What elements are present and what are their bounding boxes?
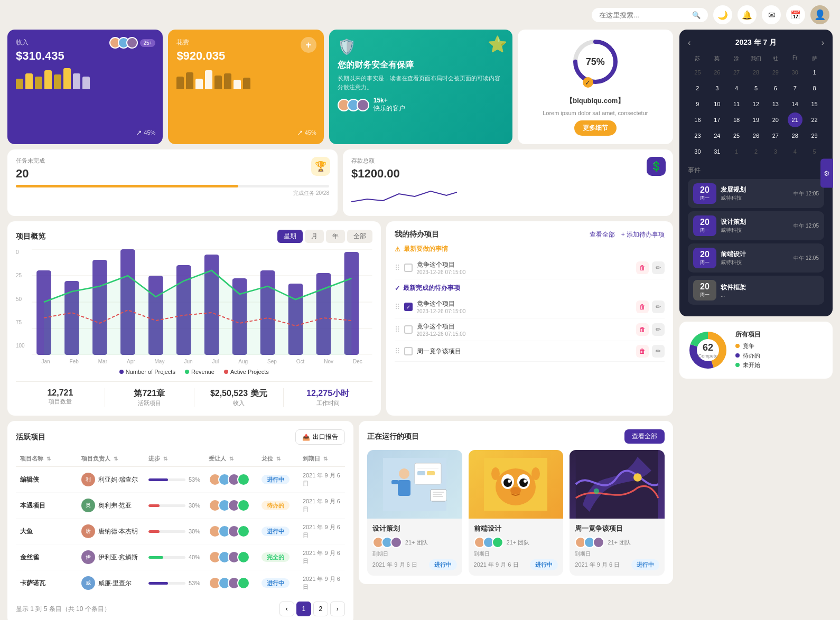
cal-day-6[interactable]: 6 (768, 81, 783, 96)
cal-day-25-other[interactable]: 25 (690, 65, 705, 80)
cal-day-7[interactable]: 7 (788, 81, 802, 96)
calendar-icon[interactable]: 📅 (786, 5, 805, 24)
export-btn[interactable]: 📤 出口报告 (295, 429, 345, 445)
cal-day-10[interactable]: 10 (710, 97, 724, 111)
cal-day-5-other[interactable]: 5 (807, 144, 822, 159)
cal-day-30[interactable]: 30 (690, 144, 705, 159)
page-buttons[interactable]: ‹ 1 2 › (279, 602, 345, 616)
running-due-design: 到期日 (372, 550, 457, 558)
calendar-gear-btn[interactable]: ⚙ (820, 158, 833, 187)
user-avatar[interactable]: 👤 (810, 5, 829, 24)
page-1-btn[interactable]: 1 (296, 602, 311, 616)
cal-day-1[interactable]: 1 (807, 65, 822, 80)
cal-day-18[interactable]: 18 (729, 112, 744, 127)
todo-edit-4[interactable]: ✏ (652, 345, 665, 358)
cal-day-26[interactable]: 26 (749, 128, 763, 143)
cal-day-29[interactable]: 29 (807, 128, 822, 143)
svg-rect-25 (433, 492, 444, 493)
svg-point-42 (510, 487, 521, 494)
cal-day-15[interactable]: 15 (807, 97, 822, 111)
cal-day-24[interactable]: 24 (710, 128, 724, 143)
drag-handle-1[interactable]: ⠿ (395, 264, 400, 272)
cal-day-26-other[interactable]: 26 (710, 65, 724, 80)
tab-all[interactable]: 全部 (347, 230, 372, 243)
search-box[interactable]: 🔍 (592, 8, 708, 22)
cal-day-25[interactable]: 25 (729, 128, 744, 143)
todo-delete-2[interactable]: 🗑 (636, 300, 649, 313)
cal-day-31[interactable]: 31 (710, 144, 724, 159)
calendar-days: 2526272829301234567891011121314151617181… (688, 64, 824, 159)
cal-day-3[interactable]: 3 (710, 81, 724, 96)
running-card-bottom-design: 21+ 团队 (372, 537, 457, 548)
dow-3: 我们 (746, 53, 766, 64)
cal-day-28[interactable]: 28 (788, 128, 802, 143)
more-details-btn[interactable]: 更多细节 (574, 120, 617, 136)
cell-due-0: 2021 年 9 月 6 日 (298, 467, 345, 493)
chart-legend: Number of Projects Revenue Active Projec… (16, 369, 372, 375)
todo-edit-3[interactable]: ✏ (652, 323, 665, 336)
next-page-btn[interactable]: › (330, 602, 345, 616)
todo-check-2[interactable]: ✓ (404, 303, 413, 311)
todo-edit-1[interactable]: ✏ (652, 261, 665, 274)
prev-page-btn[interactable]: ‹ (279, 602, 294, 616)
todo-check-1[interactable] (404, 264, 413, 272)
cal-day-30-other[interactable]: 30 (788, 65, 802, 80)
mail-icon[interactable]: ✉ (762, 5, 781, 24)
drag-handle-2[interactable]: ⠿ (395, 303, 400, 311)
tasks-progress-bar (16, 185, 329, 187)
cal-next-btn[interactable]: › (822, 38, 824, 48)
cal-day-8[interactable]: 8 (807, 81, 822, 96)
av-d-3 (390, 537, 402, 548)
cal-day-11[interactable]: 11 (729, 97, 744, 111)
cal-day-14[interactable]: 14 (788, 97, 802, 111)
cal-day-20[interactable]: 20 (768, 112, 783, 127)
cal-day-23[interactable]: 23 (690, 128, 705, 143)
todo-add[interactable]: + 添加待办事项 (621, 230, 665, 239)
drag-handle-3[interactable]: ⠿ (395, 325, 400, 334)
cal-day-27[interactable]: 27 (768, 128, 783, 143)
col-project-name: 项目名称 ⇅ (16, 451, 77, 467)
active-projects-card: 活跃项目 📤 出口报告 项目名称 ⇅ 项目负责人 ⇅ 进步 ⇅ (7, 421, 353, 620)
running-projects-section: 正在运行的项目 查看全部 (359, 421, 673, 620)
todo-view-all[interactable]: 查看全部 (590, 230, 615, 239)
todo-actions[interactable]: 查看全部 + 添加待办事项 (590, 230, 665, 239)
notification-icon[interactable]: 🔔 (738, 5, 757, 24)
cal-day-1-other[interactable]: 1 (729, 144, 744, 159)
cal-day-28-other[interactable]: 28 (749, 65, 763, 80)
cal-day-16[interactable]: 16 (690, 112, 705, 127)
todo-edit-2[interactable]: ✏ (652, 300, 665, 313)
drag-handle-4[interactable]: ⠿ (395, 347, 400, 355)
tab-weekly[interactable]: 星期 (277, 230, 303, 243)
cal-day-19[interactable]: 19 (749, 112, 763, 127)
cal-day-13[interactable]: 13 (768, 97, 783, 111)
running-view-all-btn[interactable]: 查看全部 (624, 429, 665, 444)
stat-revenue: $2,50,523 美元 收入 (194, 388, 284, 407)
cal-prev-btn[interactable]: ‹ (688, 38, 690, 48)
cal-day-21[interactable]: 21 (788, 112, 802, 127)
tab-yearly[interactable]: 年 (326, 230, 345, 243)
search-input[interactable] (599, 11, 688, 19)
page-2-btn[interactable]: 2 (313, 602, 328, 616)
cal-day-17[interactable]: 17 (710, 112, 724, 127)
project-overview-tabs[interactable]: 星期 月 年 全部 (277, 230, 372, 243)
cal-day-4-other[interactable]: 4 (788, 144, 802, 159)
dark-mode-icon[interactable]: 🌙 (713, 5, 732, 24)
cal-day-2-other[interactable]: 2 (749, 144, 763, 159)
todo-delete-3[interactable]: 🗑 (636, 323, 649, 336)
cal-day-12[interactable]: 12 (749, 97, 763, 111)
todo-check-4[interactable] (404, 347, 413, 355)
todo-check-3[interactable] (404, 325, 413, 334)
cal-day-4[interactable]: 4 (729, 81, 744, 96)
todo-delete-4[interactable]: 🗑 (636, 345, 649, 358)
cal-day-9[interactable]: 9 (690, 97, 705, 111)
running-team-frontend: 21+ 团队 (474, 537, 530, 548)
cal-day-2[interactable]: 2 (690, 81, 705, 96)
tab-monthly[interactable]: 月 (305, 230, 324, 243)
cal-day-29-other[interactable]: 29 (768, 65, 783, 80)
cal-day-5[interactable]: 5 (749, 81, 763, 96)
cal-day-3-other[interactable]: 3 (768, 144, 783, 159)
cal-day-22[interactable]: 22 (807, 112, 822, 127)
cal-day-27-other[interactable]: 27 (729, 65, 744, 80)
todo-delete-1[interactable]: 🗑 (636, 261, 649, 274)
todo-item-4: ⠿ 周一竟争该项目 🗑 ✏ (395, 341, 665, 362)
